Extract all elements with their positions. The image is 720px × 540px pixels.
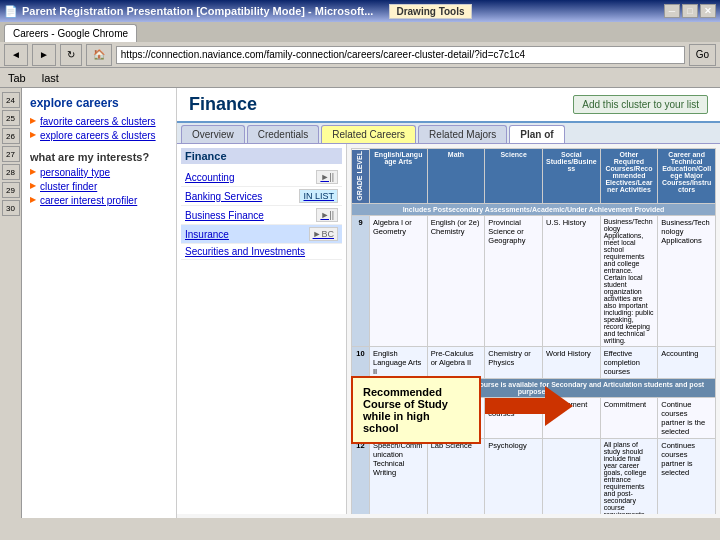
sidebar: explore careers favorite careers & clust… [22, 88, 177, 518]
career-panel: Finance Add this cluster to your list Ov… [177, 88, 720, 518]
career-name: Insurance [185, 229, 229, 240]
minimize-button[interactable]: ─ [664, 4, 680, 18]
tab-overview[interactable]: Overview [181, 125, 245, 143]
career-badge: ►|| [316, 208, 338, 222]
forward-button[interactable]: ► [32, 44, 56, 66]
maximize-button[interactable]: □ [682, 4, 698, 18]
toolbar: ◄ ► ↻ 🏠 https://connection.naviance.com/… [0, 42, 720, 68]
grade-cell: 9 [352, 215, 370, 346]
sidebar-question: what are my interests? [30, 151, 168, 163]
title-bar: 📄 Parent Registration Presentation [Comp… [0, 0, 720, 22]
career-badge: ►BC [309, 227, 338, 241]
cell-other-10: Effective completion courses [600, 346, 658, 378]
career-badge: IN LIST [299, 189, 338, 203]
table-row: 12 Speech/Communication Technical Writin… [352, 438, 716, 514]
refresh-button[interactable]: ↻ [60, 44, 82, 66]
table-header-other: Other Required Courses/Recommended Elect… [600, 149, 658, 204]
title-text: Parent Registration Presentation [Compat… [22, 5, 373, 17]
go-button[interactable]: Go [689, 44, 716, 66]
main-table-area: Recommended Course of Study while in hig… [347, 144, 720, 514]
tab-related-majors[interactable]: Related Majors [418, 125, 507, 143]
cell-social-10: World History [542, 346, 600, 378]
career-list-title: Finance [181, 148, 342, 164]
cell-english-10: English Language Arts II [370, 346, 428, 378]
list-item[interactable]: Securities and Investments [181, 244, 342, 260]
add-cluster-button[interactable]: Add this cluster to your list [573, 95, 708, 114]
list-item[interactable]: Accounting ►|| [181, 168, 342, 187]
cell-english-9: Algebra I or Geometry [370, 215, 428, 346]
list-item[interactable]: Banking Services IN LIST [181, 187, 342, 206]
browser-tab[interactable]: Careers - Google Chrome [4, 24, 137, 42]
side-nav-30[interactable]: 30 [2, 200, 20, 216]
career-list: Finance Accounting ►|| Banking Services … [177, 144, 347, 514]
recommended-line3: while in high [363, 410, 469, 422]
cell-cte-11: Continue courses partner is the selected [658, 397, 716, 438]
sidebar-link-explore[interactable]: explore careers & clusters [30, 130, 168, 141]
table-header-english: English/Language Arts [370, 149, 428, 204]
career-name: Banking Services [185, 191, 262, 202]
side-nav-26[interactable]: 26 [2, 128, 20, 144]
address-bar[interactable]: https://connection.naviance.com/family-c… [116, 46, 685, 64]
side-nav-25[interactable]: 25 [2, 110, 20, 126]
list-item[interactable]: Insurance ►BC [181, 225, 342, 244]
course-table: GRADE LEVEL English/Language Arts Math S… [351, 148, 716, 514]
finance-header: Finance Add this cluster to your list [177, 88, 720, 123]
content-body: Finance Accounting ►|| Banking Services … [177, 144, 720, 514]
sidebar-link-personality[interactable]: personality type [30, 167, 168, 178]
main-area: 24 25 26 27 28 29 30 explore careers fav… [0, 88, 720, 518]
cell-social-12 [542, 438, 600, 514]
finance-title: Finance [189, 94, 257, 115]
window-controls: ─ □ ✕ [664, 4, 716, 18]
cell-other-12: All plans of study should include final … [600, 438, 658, 514]
grade-cell: 10 [352, 346, 370, 378]
tab-plan-of[interactable]: Plan of [509, 125, 564, 143]
sidebar-link-favorites[interactable]: favorite careers & clusters [30, 116, 168, 127]
grade-cell: 12 [352, 438, 370, 514]
close-button[interactable]: ✕ [700, 4, 716, 18]
cell-cte-10: Accounting [658, 346, 716, 378]
cell-cte-12: Continues courses partner is selected [658, 438, 716, 514]
list-item[interactable]: Business Finance ►|| [181, 206, 342, 225]
table-header-math: Math [427, 149, 485, 204]
cell-math-9: English (or 2e) Chemistry [427, 215, 485, 346]
menu-bar: Tab last [0, 68, 720, 88]
cell-english-12: Speech/Communication Technical Writing [370, 438, 428, 514]
cell-other-11: Commitment [600, 397, 658, 438]
content-area: Finance Add this cluster to your list Ov… [177, 88, 720, 518]
cell-other-9: Business/Technology Applications, meet l… [600, 215, 658, 346]
cell-math-10: Pre-Calculus or Algebra II [427, 346, 485, 378]
home-button[interactable]: 🏠 [86, 44, 112, 66]
tab-related-careers[interactable]: Related Careers [321, 125, 416, 143]
drawing-tools-label: Drawing Tools [389, 4, 471, 19]
browser-tabs: Careers - Google Chrome [0, 22, 720, 42]
tab-label: Careers - Google Chrome [13, 28, 128, 39]
recommended-line4: school [363, 422, 469, 434]
menu-tab[interactable]: Tab [4, 70, 30, 86]
side-nav-27[interactable]: 27 [2, 146, 20, 162]
side-nav-24[interactable]: 24 [2, 92, 20, 108]
sidebar-link-cluster[interactable]: cluster finder [30, 181, 168, 192]
tab-credentials[interactable]: Credentials [247, 125, 320, 143]
side-nav: 24 25 26 27 28 29 30 [0, 88, 22, 518]
career-tabs: Overview Credentials Related Careers Rel… [177, 123, 720, 144]
table-row: 10 English Language Arts II Pre-Calculus… [352, 346, 716, 378]
table-header-grade: GRADE LEVEL [352, 149, 370, 204]
sidebar-link-interest[interactable]: career interest profiler [30, 195, 168, 206]
section-header-postsecondary: Includes Postsecondary Assessments/Acade… [352, 203, 716, 215]
career-name: Securities and Investments [185, 246, 305, 257]
sidebar-title: explore careers [30, 96, 168, 110]
back-button[interactable]: ◄ [4, 44, 28, 66]
side-nav-29[interactable]: 29 [2, 182, 20, 198]
cell-science-9: Provincial Science or Geography [485, 215, 543, 346]
table-row: 9 Algebra I or Geometry English (or 2e) … [352, 215, 716, 346]
title-bar-text: 📄 Parent Registration Presentation [Comp… [4, 4, 472, 19]
side-nav-28[interactable]: 28 [2, 164, 20, 180]
arrow-indicator [485, 386, 573, 426]
cell-social-9: U.S. History [542, 215, 600, 346]
career-name: Accounting [185, 172, 234, 183]
cell-science-12: Psychology [485, 438, 543, 514]
career-name: Business Finance [185, 210, 264, 221]
career-badge: ►|| [316, 170, 338, 184]
menu-last[interactable]: last [38, 70, 63, 86]
recommended-line1: Recommended [363, 386, 469, 398]
